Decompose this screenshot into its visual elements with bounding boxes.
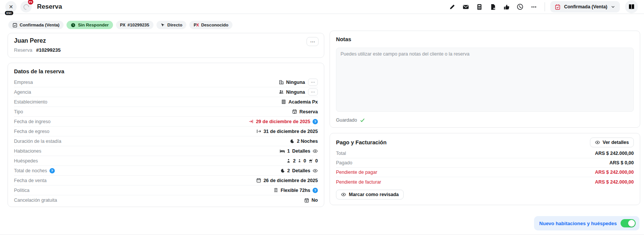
- toggle-label: Nuevo habitaciones y huéspedes: [539, 221, 617, 226]
- sale-date[interactable]: 26 de diciembre de 2025: [256, 178, 318, 183]
- section-title: Pago y Facturación: [336, 139, 387, 145]
- right-column: Notas Guardado Pago y Facturación Ver de…: [330, 31, 640, 207]
- whatsapp-button[interactable]: [514, 1, 526, 12]
- status-dropdown-label: Confirmada (Venta): [564, 4, 607, 9]
- calculator-button[interactable]: [474, 1, 485, 12]
- badge-label: Confirmada (Venta): [20, 23, 59, 27]
- channel-badge: Directo: [156, 21, 187, 29]
- new-rooms-guests-switch[interactable]: [621, 219, 636, 227]
- login-arrow-icon: [249, 119, 254, 124]
- row-tipo: Tipo Reserva: [14, 107, 318, 117]
- calendar-edit-icon: [292, 109, 297, 114]
- mail-button[interactable]: [460, 1, 471, 12]
- saved-label: Guardado: [336, 117, 357, 123]
- row-label: Empresa: [14, 80, 33, 85]
- thumbs-up-icon: [503, 4, 510, 10]
- noches-detalles-link[interactable]: Detalles: [292, 168, 310, 173]
- whatsapp-icon: [517, 3, 523, 10]
- row-value: Reserva: [292, 109, 318, 114]
- row-value: No: [304, 198, 318, 203]
- check-in-date[interactable]: 29 de diciembre de 2025: [249, 119, 310, 124]
- ver-detalles-button[interactable]: Ver detalles: [590, 138, 634, 147]
- row-label: Cancelación gratuita: [14, 198, 57, 203]
- row-value: 1 Detalles: [280, 148, 318, 154]
- reservation-status-dropdown[interactable]: Confirmada (Venta): [550, 1, 620, 12]
- client-name: Juan Perez: [14, 37, 318, 44]
- chevron-down-icon: [611, 5, 615, 9]
- policy-icon: [274, 188, 278, 193]
- habitaciones-detalles-link[interactable]: Detalles: [292, 148, 310, 154]
- row-total: Total ARS $ 242.000,00: [336, 149, 634, 158]
- docs-button[interactable]: [625, 0, 638, 13]
- section-title: Datos de la reserva: [14, 67, 318, 77]
- row-duracion: Duración de la estadía 2 Noches: [14, 136, 318, 146]
- agencia-menu-button[interactable]: ⋯: [308, 88, 318, 96]
- row-value[interactable]: Ninguna: [279, 80, 305, 85]
- client-card: Juan Perez Reserva #10299235 ⋯: [8, 33, 324, 58]
- client-more-button[interactable]: ⋯: [307, 37, 319, 46]
- calculator-icon: [476, 4, 483, 10]
- row-fecha-ingreso: Fecha de ingreso 29 de diciembre de 2025…: [14, 117, 318, 127]
- row-empresa: Empresa Ninguna ⋯: [14, 77, 318, 87]
- marcar-revisada-button[interactable]: Marcar como revisada: [336, 190, 404, 199]
- row-label: Política: [14, 188, 29, 193]
- logout-arrow-icon: [256, 129, 261, 134]
- notes-textarea[interactable]: [336, 48, 634, 112]
- row-huespedes: Huéspedes 2 0 0: [14, 156, 318, 166]
- empresa-menu-button[interactable]: ⋯: [308, 79, 318, 86]
- badge-label: #10299235: [127, 23, 149, 27]
- eye-icon: [595, 140, 600, 145]
- edit-button[interactable]: [446, 1, 458, 12]
- page-title: Reserva: [37, 3, 62, 11]
- eye-icon[interactable]: [313, 148, 318, 154]
- check-out-date[interactable]: 31 de diciembre de 2025: [256, 129, 318, 134]
- row-value: 2 Detalles: [280, 168, 318, 173]
- row-agencia: Agencia Ninguna ⋯: [14, 87, 318, 97]
- ellipsis-icon: [531, 4, 537, 10]
- reservation-type-label: Reserva: [14, 47, 32, 53]
- building-icon: [279, 80, 284, 85]
- row-label: Tipo: [14, 109, 23, 114]
- badge-label: Directo: [167, 23, 183, 27]
- avatar[interactable]: PX: [20, 1, 32, 12]
- baby-stroller-icon: [308, 159, 313, 163]
- bed-icon: [280, 148, 285, 154]
- toggle-area: Nuevo habitaciones y huéspedes: [0, 216, 644, 230]
- section-title: Notas: [336, 35, 634, 45]
- switch-knob: [628, 220, 635, 227]
- like-button[interactable]: [501, 1, 512, 12]
- row-label: Fecha de egreso: [14, 129, 50, 134]
- reservation-id-badge: PX #10299235: [116, 21, 153, 29]
- clock-icon: [71, 23, 76, 28]
- row-label: Fecha de venta: [14, 178, 46, 183]
- payment-billing-card: Pago y Facturación Ver detalles Total AR…: [330, 133, 640, 205]
- row-habitaciones: Habitaciones 1 Detalles: [14, 146, 318, 156]
- row-pendiente-facturar: Pendiente de facturar ARS $ 242.000,00: [336, 177, 634, 187]
- row-label: Huéspedes: [14, 158, 38, 164]
- row-fecha-egreso: Fecha de egreso 31 de diciembre de 2025: [14, 127, 318, 136]
- tab-bar: Historial Presupuestos Nuevo Habitacione…: [0, 234, 644, 238]
- hotel-icon: [281, 99, 286, 104]
- ellipsis-icon: ⋯: [310, 39, 315, 45]
- eye-icon[interactable]: [313, 168, 318, 173]
- row-value[interactable]: Ninguna: [279, 90, 305, 95]
- px-badge: PX: [28, 0, 34, 5]
- row-label: Duración de la estadía: [14, 139, 61, 144]
- book-icon: [628, 3, 635, 10]
- add-document-button[interactable]: [487, 1, 498, 12]
- notes-card: Notas Guardado: [330, 31, 640, 128]
- help-icon[interactable]: ?: [313, 119, 318, 124]
- status-badge: Confirmada (Venta): [8, 21, 63, 29]
- close-button[interactable]: ✕ ESC: [5, 1, 17, 12]
- help-icon[interactable]: ?: [50, 168, 55, 173]
- ellipsis-icon: ⋯: [311, 80, 315, 84]
- row-politica: Política Flexible 72hs ?: [14, 185, 318, 195]
- row-fecha-venta: Fecha de venta 26 de diciembre de 2025: [14, 176, 318, 185]
- policy-value[interactable]: Flexible 72hs: [274, 188, 310, 193]
- babies-count: 0: [315, 158, 318, 164]
- more-actions-button[interactable]: [528, 1, 539, 12]
- users-icon: [279, 90, 284, 94]
- help-icon[interactable]: ?: [313, 188, 318, 193]
- children-count: 0: [303, 158, 306, 164]
- px-logo: PX: [120, 23, 125, 27]
